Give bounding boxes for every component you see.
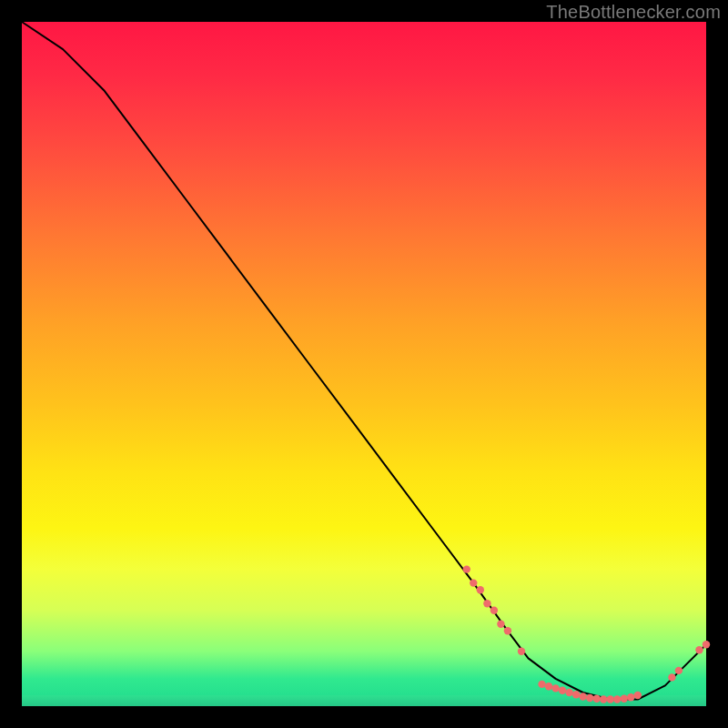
plot-area (22, 22, 706, 706)
watermark-text: TheBottlenecker.com (546, 2, 721, 23)
data-point (470, 579, 477, 586)
data-point (668, 673, 675, 681)
data-point (545, 682, 552, 690)
data-point (579, 693, 586, 700)
data-point (600, 695, 607, 703)
data-point (551, 684, 559, 692)
data-point (621, 695, 628, 703)
data-point (586, 694, 593, 702)
data-point (463, 565, 470, 572)
chart-svg (22, 22, 706, 706)
data-point (483, 600, 490, 607)
bottleneck-curve (22, 22, 706, 700)
data-point (675, 667, 682, 674)
data-point (504, 627, 511, 634)
data-point (703, 641, 710, 648)
data-point (538, 681, 545, 688)
series-dots (463, 565, 711, 703)
data-point (634, 692, 642, 699)
data-point (477, 586, 484, 593)
data-point (593, 695, 601, 703)
data-point (607, 695, 614, 703)
data-point (497, 621, 504, 628)
data-point (518, 648, 525, 655)
data-point (565, 689, 572, 696)
data-point (613, 695, 621, 703)
data-point (490, 607, 498, 614)
data-point (695, 646, 703, 653)
data-point (572, 691, 580, 698)
data-point (559, 687, 566, 694)
data-point (627, 693, 634, 701)
chart-stage: TheBottlenecker.com (0, 0, 728, 728)
